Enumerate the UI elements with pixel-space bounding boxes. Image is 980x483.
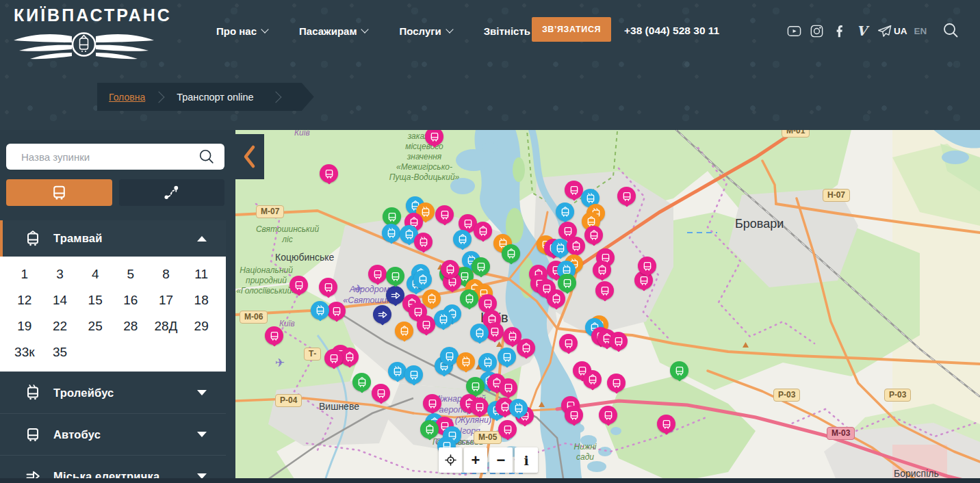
vehicle-marker-tram[interactable] [422, 289, 441, 308]
vehicle-marker-bus[interactable] [289, 276, 308, 294]
vehicle-marker-tram[interactable] [567, 237, 585, 255]
routes-toggle[interactable] [119, 179, 225, 206]
route-number-15[interactable]: 15 [77, 291, 113, 309]
vehicle-marker-bus[interactable] [324, 349, 343, 367]
vehicle-marker-bus[interactable] [404, 365, 423, 384]
vehicle-marker-tram[interactable] [413, 270, 432, 289]
vehicle-marker-tram[interactable] [502, 244, 520, 263]
vehicle-marker-bus[interactable] [565, 181, 583, 199]
vehicle-marker-bus[interactable] [368, 265, 387, 283]
route-number-1[interactable]: 1 [7, 265, 42, 283]
locate-button[interactable] [439, 447, 462, 473]
route-number-4[interactable]: 4 [77, 265, 113, 283]
vehicle-marker-tram[interactable] [584, 226, 603, 244]
vehicle-marker-bus[interactable] [386, 267, 404, 285]
vehicle-marker-tram[interactable] [453, 230, 472, 248]
vehicle-marker-bus[interactable] [607, 374, 626, 392]
vehicle-marker-bus[interactable] [558, 274, 576, 292]
vehicle-marker-trol[interactable] [382, 224, 400, 242]
vehicle-marker-tram[interactable] [352, 373, 371, 391]
zoom-in-button[interactable]: + [464, 447, 487, 473]
zoom-out-button[interactable]: − [489, 447, 513, 473]
vehicle-marker-bus[interactable] [499, 378, 517, 397]
route-number-25[interactable]: 25 [77, 317, 113, 335]
telegram-icon[interactable] [876, 23, 892, 39]
vehicle-marker-tram[interactable] [340, 348, 359, 366]
vehicle-marker-tram[interactable] [583, 370, 602, 389]
logo[interactable]: КИЇВПАСТРАНС [14, 5, 157, 62]
nav-item-3[interactable]: Послуги [399, 25, 452, 37]
phone-number[interactable]: +38 (044) 528 30 11 [624, 0, 719, 62]
vehicle-marker-tram[interactable] [470, 324, 489, 342]
vehicle-marker-bus[interactable] [320, 164, 338, 183]
vehicle-marker-bus[interactable] [617, 187, 636, 205]
vehicle-marker-tram[interactable] [593, 261, 611, 279]
facebook-icon[interactable] [831, 23, 847, 39]
vehicle-marker-trol[interactable] [509, 399, 528, 417]
vehicle-marker-tram[interactable] [420, 420, 439, 439]
route-number-12[interactable]: 12 [7, 291, 42, 309]
vehicle-marker-bus[interactable] [565, 406, 583, 424]
sidebar-section-trolleybus[interactable]: Тролейбус [0, 371, 226, 413]
vehicle-marker-train[interactable] [386, 286, 404, 304]
vehicle-marker-bus[interactable] [599, 406, 617, 424]
vehicle-marker-bus[interactable] [609, 332, 628, 350]
vehicle-marker-bus[interactable] [372, 384, 390, 402]
vehicle-marker-trol[interactable] [311, 301, 329, 319]
route-number-5[interactable]: 5 [113, 265, 149, 283]
nav-item-2[interactable]: Пасажирам [299, 25, 368, 37]
instagram-icon[interactable] [808, 23, 825, 39]
search-icon[interactable] [198, 148, 216, 166]
route-number-14[interactable]: 14 [42, 291, 78, 309]
vehicle-marker-tram[interactable] [395, 322, 413, 340]
vehicle-marker-tram[interactable] [460, 289, 478, 308]
vehicle-marker-tram[interactable] [441, 260, 459, 278]
vehicle-marker-trol[interactable] [414, 233, 433, 251]
vehicle-marker-bus[interactable] [595, 281, 614, 300]
info-button[interactable]: i [515, 447, 538, 473]
vehicle-marker-trol[interactable] [388, 362, 407, 380]
route-number-22[interactable]: 22 [42, 317, 78, 335]
vehicle-marker-bus[interactable] [435, 205, 454, 224]
stops-toggle[interactable] [6, 179, 112, 206]
route-number-35[interactable]: 35 [42, 343, 78, 361]
route-number-19[interactable]: 19 [7, 317, 42, 335]
vehicle-marker-bus[interactable] [383, 207, 401, 226]
vehicle-marker-tram[interactable] [556, 203, 574, 221]
breadcrumb-home-link[interactable]: Головна [109, 92, 145, 103]
route-number-28[interactable]: 28 [113, 317, 149, 335]
vehicle-marker-tram[interactable] [547, 289, 565, 308]
vehicle-marker-tram[interactable] [517, 339, 535, 357]
youtube-icon[interactable] [786, 23, 802, 39]
sidebar-collapse-button[interactable] [235, 134, 264, 179]
vehicle-marker-bus[interactable] [670, 361, 688, 380]
vehicle-marker-trol[interactable] [456, 352, 475, 371]
vehicle-marker-trol[interactable] [478, 353, 497, 371]
vehicle-marker-bus[interactable] [498, 420, 517, 439]
vehicle-marker-bus[interactable] [466, 377, 485, 395]
vimeo-icon[interactable]: V [853, 23, 870, 39]
nav-item-1[interactable]: Про нас [216, 25, 268, 37]
sidebar-section-bus[interactable]: Автобус [0, 413, 226, 455]
route-number-11[interactable]: 11 [183, 265, 219, 283]
route-number-16[interactable]: 16 [113, 291, 149, 309]
vehicle-marker-bus[interactable] [440, 347, 459, 365]
vehicle-marker-bus[interactable] [638, 257, 656, 275]
vehicle-marker-bus[interactable] [423, 394, 441, 413]
lang-en[interactable]: EN [914, 26, 927, 36]
stop-search-input[interactable] [20, 151, 198, 164]
vehicle-marker-bus[interactable] [265, 326, 283, 345]
vehicle-marker-bus[interactable] [417, 315, 435, 334]
vehicle-marker-bus[interactable] [319, 278, 337, 296]
route-number-33к[interactable]: 33к [7, 343, 42, 361]
route-number-3[interactable]: 3 [42, 265, 78, 283]
transport-map[interactable]: ✈ ✈ ✈ +−i Київзаказник місцевого значенн… [235, 130, 980, 483]
sidebar-section-tram[interactable]: Трамвай [0, 220, 226, 257]
vehicle-marker-bus[interactable] [559, 334, 578, 352]
vehicle-marker-bus[interactable] [657, 415, 675, 433]
route-number-28Д[interactable]: 28Д [149, 317, 184, 335]
vehicle-marker-trol[interactable] [434, 310, 452, 328]
vehicle-marker-bus[interactable] [470, 397, 489, 416]
lang-ua[interactable]: UA [894, 26, 907, 36]
vehicle-marker-bus[interactable] [498, 348, 516, 366]
